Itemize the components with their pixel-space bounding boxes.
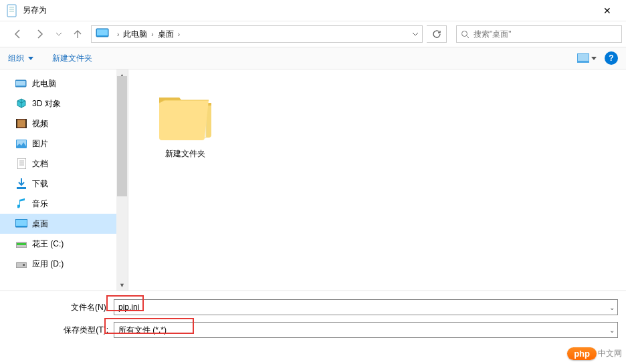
sidebar-item-drive-d[interactable]: 应用 (D:)	[0, 254, 128, 274]
tree: 此电脑 3D 对象 视频 图片 文档 下载	[0, 69, 128, 274]
up-button[interactable]	[68, 25, 87, 43]
sidebar-item-drive-c[interactable]: 花王 (C:)	[0, 234, 128, 254]
scroll-down-icon[interactable]: ▼	[116, 279, 128, 291]
desktop-icon	[15, 219, 28, 228]
pc-icon	[15, 79, 28, 88]
svg-rect-5	[97, 29, 108, 35]
filename-input[interactable]: pip.ini ⌄	[114, 299, 618, 315]
download-icon	[15, 178, 28, 189]
sidebar: 此电脑 3D 对象 视频 图片 文档 下载	[0, 69, 128, 291]
sidebar-item-videos[interactable]: 视频	[0, 114, 128, 134]
refresh-button[interactable]	[427, 25, 447, 43]
title-bar: 另存为 ✕	[0, 0, 626, 21]
close-button[interactable]: ✕	[592, 5, 622, 16]
svg-line-7	[467, 35, 469, 38]
filetype-select[interactable]: 所有文件 (*.*) ⌄	[114, 322, 618, 338]
recent-dropdown[interactable]	[54, 25, 64, 43]
sidebar-item-this-pc[interactable]: 此电脑	[0, 73, 128, 94]
watermark: php 中文网	[567, 347, 622, 360]
svg-rect-24	[16, 220, 27, 226]
chevron-down-icon[interactable]: ⌄	[609, 327, 615, 334]
drive-icon	[15, 240, 28, 248]
svg-rect-9	[578, 54, 589, 61]
drive-icon	[15, 260, 28, 268]
filetype-label: 保存类型(T):	[8, 325, 108, 336]
body: 此电脑 3D 对象 视频 图片 文档 下载	[0, 69, 626, 291]
svg-rect-0	[7, 5, 16, 17]
filename-label: 文件名(N):	[8, 302, 108, 313]
toolbar: 组织 新建文件夹 ?	[0, 47, 626, 69]
folder-item[interactable]: 新建文件夹	[148, 83, 222, 160]
svg-rect-13	[17, 120, 25, 127]
bottom-panel: 文件名(N): pip.ini ⌄ 保存类型(T): 所有文件 (*.*) ⌄	[0, 291, 626, 349]
svg-rect-14	[16, 119, 17, 128]
sidebar-item-desktop[interactable]: 桌面	[0, 214, 128, 234]
search-placeholder: 搜索"桌面"	[474, 29, 512, 40]
chevron-right-icon: ›	[151, 31, 153, 38]
3d-icon	[15, 98, 28, 109]
folder-label: 新建文件夹	[148, 148, 222, 160]
sidebar-item-documents[interactable]: 文档	[0, 154, 128, 174]
svg-rect-27	[16, 262, 27, 268]
new-folder-button[interactable]: 新建文件夹	[52, 53, 92, 64]
organize-button[interactable]: 组织	[8, 53, 33, 64]
sidebar-item-downloads[interactable]: 下载	[0, 174, 128, 194]
nav-row: › 此电脑 › 桌面 › 搜索"桌面"	[0, 21, 626, 47]
help-button[interactable]: ?	[605, 51, 618, 65]
search-input[interactable]: 搜索"桌面"	[456, 25, 622, 43]
chevron-right-icon: ›	[178, 31, 180, 38]
sidebar-item-pictures[interactable]: 图片	[0, 134, 128, 154]
view-button[interactable]	[577, 53, 597, 63]
chevron-down-icon[interactable]: ⌄	[609, 304, 615, 311]
watermark-text: 中文网	[598, 348, 622, 359]
svg-rect-26	[17, 243, 26, 245]
address-dropdown[interactable]	[409, 32, 422, 36]
content-area[interactable]: 新建文件夹	[128, 69, 626, 291]
music-icon	[15, 198, 28, 209]
back-button[interactable]	[8, 25, 27, 43]
window-title: 另存为	[23, 5, 592, 16]
svg-rect-22	[17, 187, 26, 189]
sidebar-scrollbar[interactable]: ▲ ▼	[116, 69, 128, 291]
svg-rect-18	[17, 158, 26, 169]
svg-point-6	[462, 31, 467, 36]
svg-rect-15	[25, 119, 27, 128]
crumb-root[interactable]: 此电脑	[123, 29, 147, 40]
forward-button[interactable]	[31, 25, 49, 43]
search-icon	[461, 30, 469, 39]
address-bar[interactable]: › 此电脑 › 桌面 ›	[91, 25, 423, 43]
sidebar-item-3d-objects[interactable]: 3D 对象	[0, 94, 128, 114]
desktop-icon	[96, 28, 109, 40]
svg-rect-11	[16, 81, 25, 85]
video-icon	[15, 119, 28, 128]
image-icon	[15, 140, 28, 148]
watermark-badge: php	[567, 347, 597, 360]
svg-rect-28	[23, 264, 25, 266]
app-icon	[7, 4, 17, 17]
doc-icon	[15, 158, 28, 169]
crumb-current[interactable]: 桌面	[158, 29, 174, 40]
scroll-thumb[interactable]	[117, 76, 127, 196]
folder-icon	[155, 83, 215, 143]
sidebar-item-music[interactable]: 音乐	[0, 194, 128, 214]
chevron-right-icon: ›	[117, 31, 119, 38]
